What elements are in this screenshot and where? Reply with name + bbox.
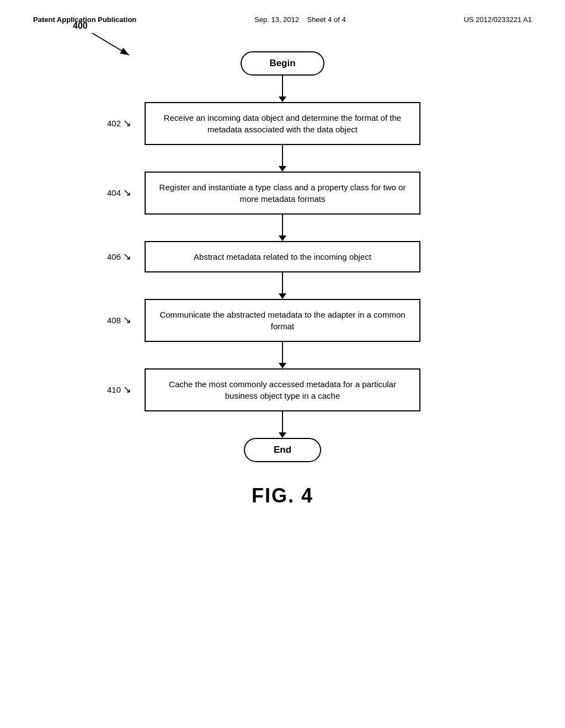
connector-5 [279, 342, 286, 368]
step-text-406: Abstract metadata related to the incomin… [194, 252, 371, 261]
figure-label-arrow [89, 30, 134, 58]
check-icon-408: ↙ [123, 313, 131, 327]
connector-line-6 [282, 411, 283, 432]
connector-arrow-3 [279, 235, 286, 241]
step-label-402: 402 ↙ [107, 116, 131, 130]
step-label-404: 404 ↙ [107, 186, 131, 200]
step-text-408: Communicate the abstracted metadata to t… [159, 310, 405, 331]
step-406-box: 406 ↙ Abstract metadata related to the i… [145, 241, 420, 272]
begin-label: Begin [269, 58, 295, 68]
header-right: US 2012/0233221 A1 [463, 15, 532, 24]
step-number-404: 404 [107, 188, 121, 199]
connector-2 [279, 145, 286, 172]
step-402-box: 402 ↙ Receive an incoming data object an… [145, 102, 420, 145]
begin-terminal: Begin [241, 51, 324, 76]
step-text-404: Register and instantiate a type class an… [159, 183, 406, 204]
connector-3 [279, 215, 286, 241]
figure-label-400: 400 [73, 21, 88, 31]
connector-arrow-2 [279, 166, 286, 172]
step-text-410: Cache the most commonly accessed metadat… [169, 379, 396, 400]
step-number-408: 408 [107, 315, 121, 326]
step-408-box: 408 ↙ Communicate the abstracted metadat… [145, 299, 420, 342]
header-center: Sep. 13, 2012 Sheet 4 of 4 [254, 15, 346, 24]
connector-line-3 [282, 215, 283, 235]
connector-6 [279, 411, 286, 438]
connector-1 [279, 76, 286, 102]
connector-arrow-5 [279, 363, 286, 368]
step-label-406: 406 ↙ [107, 250, 131, 264]
connector-arrow-4 [279, 293, 286, 299]
check-icon-402: ↙ [123, 116, 131, 130]
end-terminal: End [244, 438, 321, 462]
fig-caption: FIG. 4 [45, 484, 520, 507]
check-icon-404: ↙ [123, 186, 131, 200]
connector-line-2 [282, 145, 283, 166]
svg-line-1 [92, 33, 129, 55]
step-number-410: 410 [107, 384, 121, 396]
connector-arrow-1 [279, 97, 286, 102]
step-404-box: 404 ↙ Register and instantiate a type cl… [145, 172, 420, 215]
step-410-box: 410 ↙ Cache the most commonly accessed m… [145, 368, 420, 411]
header-sheet: Sheet 4 of 4 [307, 15, 346, 24]
connector-4 [279, 272, 286, 299]
step-text-402: Receive an incoming data object and dete… [164, 113, 401, 134]
flowchart: 400 Begin 402 ↙ Rece [45, 40, 520, 462]
step-number-402: 402 [107, 118, 121, 130]
connector-line-1 [282, 76, 283, 97]
header-date: Sep. 13, 2012 [254, 15, 299, 24]
check-icon-410: ↙ [123, 383, 131, 397]
step-number-406: 406 [107, 251, 121, 263]
step-label-410: 410 ↙ [107, 383, 131, 397]
connector-line-4 [282, 272, 283, 293]
diagram-area: 400 Begin 402 ↙ Rece [45, 40, 520, 507]
header: Patent Application Publication Sep. 13, … [0, 0, 565, 24]
end-label: End [274, 445, 291, 455]
step-label-408: 408 ↙ [107, 313, 131, 327]
connector-line-5 [282, 342, 283, 363]
check-icon-406: ↙ [123, 250, 131, 264]
connector-arrow-6 [279, 432, 286, 438]
